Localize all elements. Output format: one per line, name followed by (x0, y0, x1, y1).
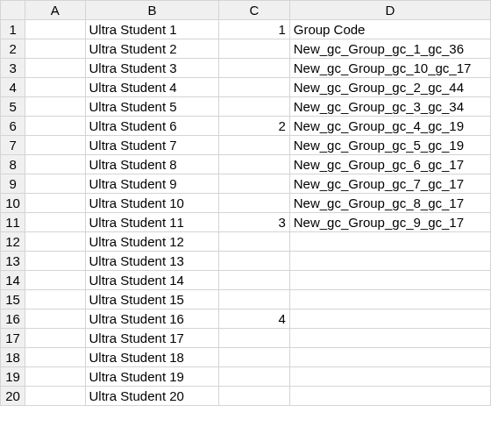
cell-A[interactable] (25, 136, 85, 155)
cell-A[interactable] (25, 232, 85, 252)
cell-A[interactable] (25, 367, 85, 387)
cell-A[interactable] (25, 78, 85, 97)
cell-B[interactable]: Ultra Student 4 (85, 78, 219, 97)
cell-B[interactable]: Ultra Student 15 (85, 290, 219, 309)
cell-B[interactable]: Ultra Student 9 (85, 174, 219, 194)
cell-C[interactable] (219, 59, 289, 78)
cell-D[interactable]: New_gc_Group_gc_8_gc_17 (289, 194, 490, 213)
cell-D[interactable]: New_gc_Group_gc_7_gc_17 (289, 174, 490, 194)
cell-C[interactable] (219, 174, 289, 194)
row-header[interactable]: 1 (1, 20, 25, 39)
cell-C[interactable] (219, 329, 289, 348)
cell-B[interactable]: Ultra Student 19 (85, 367, 219, 387)
cell-A[interactable] (25, 348, 85, 367)
cell-D[interactable]: New_gc_Group_gc_9_gc_17 (289, 213, 490, 232)
col-header-B[interactable]: B (85, 1, 219, 20)
cell-C[interactable] (219, 194, 289, 213)
cell-D[interactable] (289, 348, 490, 367)
row-header[interactable]: 15 (1, 290, 25, 309)
row-header[interactable]: 5 (1, 97, 25, 117)
cell-A[interactable] (25, 39, 85, 59)
cell-B[interactable]: Ultra Student 1 (85, 20, 219, 39)
cell-A[interactable] (25, 59, 85, 78)
cell-A[interactable] (25, 387, 85, 406)
cell-D[interactable] (289, 309, 490, 329)
cell-A[interactable] (25, 97, 85, 117)
cell-D[interactable]: New_gc_Group_gc_1_gc_36 (289, 39, 490, 59)
cell-B[interactable]: Ultra Student 18 (85, 348, 219, 367)
cell-B[interactable]: Ultra Student 10 (85, 194, 219, 213)
row-header[interactable]: 10 (1, 194, 25, 213)
spreadsheet[interactable]: A B C D 1Ultra Student 11Group Code2Ultr… (0, 0, 491, 406)
cell-B[interactable]: Ultra Student 11 (85, 213, 219, 232)
cell-A[interactable] (25, 20, 85, 39)
cell-C[interactable] (219, 78, 289, 97)
row-header[interactable]: 14 (1, 271, 25, 290)
row-header[interactable]: 16 (1, 309, 25, 329)
row-header[interactable]: 20 (1, 387, 25, 406)
cell-B[interactable]: Ultra Student 12 (85, 232, 219, 252)
cell-D[interactable] (289, 232, 490, 252)
select-all-corner[interactable] (1, 1, 25, 20)
cell-D[interactable] (289, 290, 490, 309)
cell-A[interactable] (25, 117, 85, 136)
cell-C[interactable] (219, 232, 289, 252)
cell-D[interactable]: Group Code (289, 20, 490, 39)
row-header[interactable]: 7 (1, 136, 25, 155)
cell-A[interactable] (25, 329, 85, 348)
cell-A[interactable] (25, 194, 85, 213)
cell-C[interactable] (219, 39, 289, 59)
cell-D[interactable] (289, 387, 490, 406)
cell-B[interactable]: Ultra Student 3 (85, 59, 219, 78)
col-header-A[interactable]: A (25, 1, 85, 20)
cell-D[interactable]: New_gc_Group_gc_6_gc_17 (289, 155, 490, 174)
cell-C[interactable] (219, 252, 289, 271)
cell-B[interactable]: Ultra Student 13 (85, 252, 219, 271)
cell-D[interactable]: New_gc_Group_gc_4_gc_19 (289, 117, 490, 136)
cell-A[interactable] (25, 309, 85, 329)
cell-B[interactable]: Ultra Student 2 (85, 39, 219, 59)
cell-B[interactable]: Ultra Student 7 (85, 136, 219, 155)
row-header[interactable]: 2 (1, 39, 25, 59)
cell-C[interactable] (219, 348, 289, 367)
row-header[interactable]: 4 (1, 78, 25, 97)
cell-D[interactable] (289, 367, 490, 387)
cell-A[interactable] (25, 271, 85, 290)
cell-A[interactable] (25, 252, 85, 271)
cell-C[interactable]: 1 (219, 20, 289, 39)
cell-B[interactable]: Ultra Student 8 (85, 155, 219, 174)
col-header-D[interactable]: D (289, 1, 490, 20)
row-header[interactable]: 11 (1, 213, 25, 232)
cell-D[interactable] (289, 329, 490, 348)
row-header[interactable]: 13 (1, 252, 25, 271)
cell-C[interactable] (219, 97, 289, 117)
cell-C[interactable] (219, 387, 289, 406)
cell-C[interactable]: 3 (219, 213, 289, 232)
cell-A[interactable] (25, 155, 85, 174)
cell-A[interactable] (25, 213, 85, 232)
cell-D[interactable]: New_gc_Group_gc_10_gc_17 (289, 59, 490, 78)
cell-C[interactable]: 2 (219, 117, 289, 136)
cell-B[interactable]: Ultra Student 17 (85, 329, 219, 348)
cell-B[interactable]: Ultra Student 14 (85, 271, 219, 290)
cell-C[interactable] (219, 136, 289, 155)
row-header[interactable]: 3 (1, 59, 25, 78)
row-header[interactable]: 9 (1, 174, 25, 194)
row-header[interactable]: 12 (1, 232, 25, 252)
cell-B[interactable]: Ultra Student 20 (85, 387, 219, 406)
cell-D[interactable]: New_gc_Group_gc_2_gc_44 (289, 78, 490, 97)
col-header-C[interactable]: C (219, 1, 289, 20)
cell-C[interactable]: 4 (219, 309, 289, 329)
cell-C[interactable] (219, 271, 289, 290)
row-header[interactable]: 6 (1, 117, 25, 136)
cell-B[interactable]: Ultra Student 5 (85, 97, 219, 117)
row-header[interactable]: 17 (1, 329, 25, 348)
row-header[interactable]: 18 (1, 348, 25, 367)
cell-C[interactable] (219, 290, 289, 309)
cell-C[interactable] (219, 367, 289, 387)
cell-B[interactable]: Ultra Student 6 (85, 117, 219, 136)
cell-D[interactable] (289, 252, 490, 271)
cell-D[interactable]: New_gc_Group_gc_5_gc_19 (289, 136, 490, 155)
cell-A[interactable] (25, 174, 85, 194)
cell-B[interactable]: Ultra Student 16 (85, 309, 219, 329)
